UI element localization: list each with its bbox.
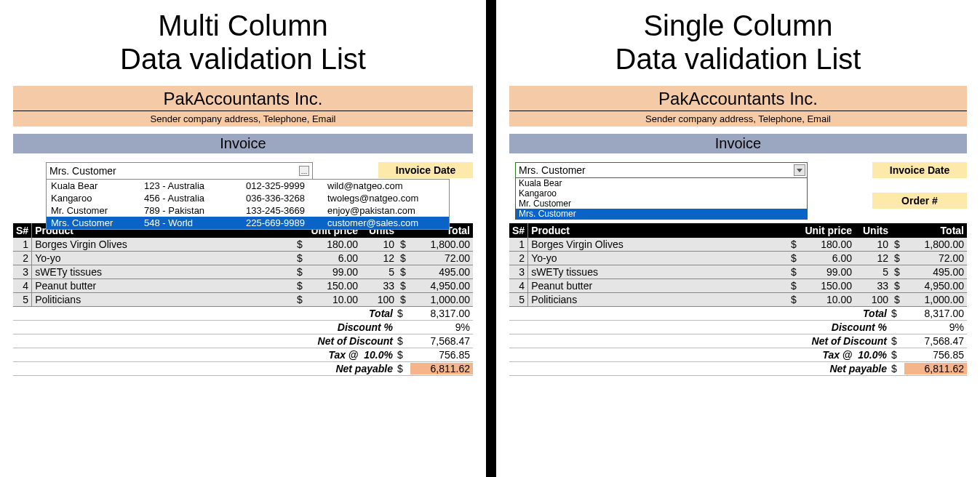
company-subtitle: Sender company address, Telephone, Email (13, 111, 473, 127)
customer-combo-input[interactable]: Mrs. Customer … (46, 162, 313, 180)
cell-unit-price: $180.00 (294, 238, 361, 252)
summary-value: 756.85 (410, 349, 473, 361)
cell-unit-price: $150.00 (294, 279, 361, 293)
summary-value: 6,811.62 (904, 363, 967, 374)
dropdown-button-icon[interactable]: … (299, 166, 309, 176)
combo-option-selected[interactable]: Mrs. Customer (516, 209, 807, 219)
cell-unit-price: $10.00 (294, 293, 361, 307)
chevron-down-icon[interactable] (794, 164, 805, 176)
combo-option[interactable]: Mr. Customer (516, 199, 807, 209)
summary-row: Net payable$6,811.62 (13, 362, 473, 376)
summary-value: 9% (410, 321, 473, 333)
cell-product: Peanut butter (528, 279, 788, 293)
combo-option[interactable]: Kangaroo (516, 188, 807, 199)
summary-row: Net of Discount$7,568.47 (509, 334, 967, 348)
cell-product: Borges Virgin Olives (528, 238, 788, 252)
currency-symbol: $ (891, 363, 904, 374)
cell-units: 10 (361, 238, 397, 252)
col-header-unit-price: Unit price (788, 223, 855, 238)
cell-units: 12 (361, 252, 397, 265)
customer-combo-input[interactable]: Mrs. Customer (515, 162, 808, 178)
summary-value: 756.85 (904, 349, 967, 361)
summary-label: Discount % (509, 321, 891, 333)
summary-value: 8,317.00 (410, 308, 473, 319)
table-row[interactable]: 1Borges Virgin Olives$180.0010$1,800.00 (509, 238, 967, 252)
table-row[interactable]: 3sWETy tissues$99.005$495.00 (13, 265, 473, 279)
summary-row: Tax @ 10.0%$756.85 (509, 348, 967, 362)
customer-combo-dropdown-multi[interactable]: Kuala Bear 123 - Australia 012-325-9999 … (46, 179, 450, 230)
summary-row: Total$8,317.00 (13, 307, 473, 321)
invoice-table: S# Product Unit price Units Total 1Borge… (13, 223, 473, 307)
cell-sn: 5 (509, 293, 528, 307)
customer-combo-value: Mrs. Customer (519, 164, 586, 176)
cell-sn: 1 (13, 238, 32, 252)
summary-value: 7,568.47 (410, 335, 473, 347)
cell-sn: 4 (509, 279, 528, 293)
customer-combo-dropdown-single[interactable]: Kuala Bear Kangaroo Mr. Customer Mrs. Cu… (515, 177, 808, 220)
combo-option[interactable]: Kangaroo 456 - Australia 036-336-3268 tw… (47, 192, 449, 204)
cell-product: Yo-yo (32, 252, 294, 265)
cell-sn: 5 (13, 293, 32, 307)
currency-symbol: $ (891, 349, 904, 361)
table-row[interactable]: 4Peanut butter$150.0033$4,950.00 (509, 279, 967, 293)
combo-option[interactable]: Kuala Bear 123 - Australia 012-325-9999 … (47, 180, 449, 192)
cell-total: $1,000.00 (891, 293, 967, 307)
cell-units: 12 (855, 252, 891, 265)
table-row[interactable]: 5Politicians$10.00100$1,000.00 (509, 293, 967, 307)
summary-row: Total$8,317.00 (509, 307, 967, 321)
cell-product: sWETy tissues (32, 265, 294, 279)
table-row[interactable]: 1Borges Virgin Olives$180.0010$1,800.00 (13, 238, 473, 252)
summary-label: Net of Discount (13, 335, 397, 347)
summary-row: Tax @ 10.0%$756.85 (13, 348, 473, 362)
invoice-title: Invoice (13, 134, 473, 153)
summary-value: 9% (904, 321, 967, 333)
currency-symbol: $ (397, 349, 410, 361)
summary-row: Net payable$6,811.62 (509, 362, 967, 376)
summary-value: 7,568.47 (904, 335, 967, 347)
heading-multi: Multi Column Data validation List (0, 0, 486, 76)
cell-unit-price: $180.00 (788, 238, 855, 252)
cell-product: Yo-yo (528, 252, 788, 265)
cell-product: Peanut butter (32, 279, 294, 293)
cell-unit-price: $10.00 (788, 293, 855, 307)
table-row[interactable]: 4Peanut butter$150.0033$4,950.00 (13, 279, 473, 293)
panel-single-column: Single Column Data validation List PakAc… (496, 0, 980, 477)
table-row[interactable]: 3sWETy tissues$99.005$495.00 (509, 265, 967, 279)
summary-label: Net payable (13, 363, 397, 374)
cell-product: Borges Virgin Olives (32, 238, 294, 252)
cell-total: $1,000.00 (397, 293, 473, 307)
table-row[interactable]: 5Politicians$10.00100$1,000.00 (13, 293, 473, 307)
col-header-units: Units (855, 223, 891, 238)
order-number-label: Order # (872, 193, 967, 209)
col-header-sn: S# (13, 223, 32, 238)
invoice-table: S# Product Unit price Units Total 1Borge… (509, 223, 967, 307)
invoice-title: Invoice (509, 134, 967, 153)
company-name: PakAccountants Inc. (13, 89, 473, 111)
table-row[interactable]: 2Yo-yo$6.0012$72.00 (13, 252, 473, 265)
cell-units: 10 (855, 238, 891, 252)
heading-single: Single Column Data validation List (496, 0, 980, 76)
summary-row: Discount %9% (509, 321, 967, 334)
col-header-product: Product (528, 223, 788, 238)
cell-total: $1,800.00 (397, 238, 473, 252)
combo-option[interactable]: Mr. Customer 789 - Pakistan 133-245-3669… (47, 204, 449, 217)
combo-option[interactable]: Kuala Bear (516, 178, 807, 188)
cell-units: 100 (361, 293, 397, 307)
combo-option-selected[interactable]: Mrs. Customer 548 - World 225-669-9989 c… (47, 217, 449, 229)
summary-row: Net of Discount$7,568.47 (13, 334, 473, 348)
currency-symbol: $ (397, 335, 410, 347)
cell-units: 33 (855, 279, 891, 293)
cell-total: $72.00 (891, 252, 967, 265)
summary-label: Total (509, 308, 891, 319)
cell-total: $1,800.00 (891, 238, 967, 252)
heading-line1: Single Column (496, 9, 980, 42)
cell-sn: 3 (13, 265, 32, 279)
cell-sn: 1 (509, 238, 528, 252)
cell-unit-price: $150.00 (788, 279, 855, 293)
cell-unit-price: $99.00 (788, 265, 855, 279)
currency-symbol: $ (397, 363, 410, 374)
cell-unit-price: $6.00 (294, 252, 361, 265)
company-header: PakAccountants Inc. Sender company addre… (13, 86, 473, 127)
table-row[interactable]: 2Yo-yo$6.0012$72.00 (509, 252, 967, 265)
company-header: PakAccountants Inc. Sender company addre… (509, 86, 967, 127)
